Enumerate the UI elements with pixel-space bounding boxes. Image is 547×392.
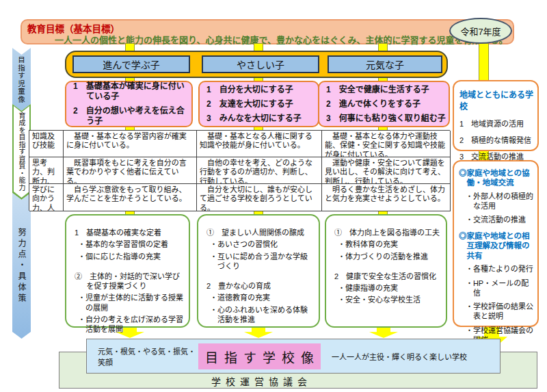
effort-box-3: ① 体力向上を図る指導の工夫 ・教科体育の充実 ・体力づくりの活動を推進 2 健…	[325, 214, 447, 328]
slogan-left: 元気・根気・やる気・振気・笑顔	[98, 339, 200, 373]
qualities-table: 知識及び技能 基礎・基本となる学習内容が確実に身に付いている。 基礎・基本となる…	[29, 130, 450, 211]
table-row-header: 学びに向かう力、人間性等	[29, 184, 64, 211]
child-image-box-3: 1 安全で健康に生活する子 2 進んで体くりをする子 3 何事にも粘り強く取り組…	[318, 81, 450, 127]
table-cell: 自ら学ぶ意欲をもって取り組み、学んだことを生かそうとしている。	[64, 184, 197, 211]
family-region-heading: ◎家庭や地域との協働・地域交流	[459, 168, 535, 188]
side-ribbon-label: 努力点・具体策	[16, 228, 27, 304]
community-item: 2 積極的な情報発信	[459, 134, 534, 145]
school-image-label: 目指す学校像	[198, 343, 321, 369]
effort-box-2: ① 望ましい人間関係の醸成 ・あいさつの習慣化 ・互いに認め合う温かな学級づくり…	[197, 214, 320, 328]
table-cell: 基礎・基本となる人権に関する知識や技能が身に付いている。	[197, 131, 322, 157]
side-ribbon-qualities: 育成を目指す資質・能力	[12, 104, 31, 200]
effort-bullet: ・互いに認め合う温かな学級づくり	[210, 252, 315, 272]
effort-bullet: ・教科体育の充実	[338, 239, 442, 249]
effort-bullet: ・道徳教育の充実	[210, 293, 315, 302]
slogan-right: 一人一人が主役・輝く明るく楽しい学校	[332, 339, 467, 373]
child-image-box-2: 1 自分を大切にする子 2 友達を大切にする子 3 みんなを大切にする子	[198, 81, 319, 127]
child-image-item: 3 みんなを大切にする子	[206, 114, 315, 124]
child-image-item: 3 何事にも粘り強く取り組む子	[326, 114, 446, 124]
community-school-title: 地域とともにある学校	[459, 88, 534, 112]
school-image-band: 元気・根気・やる気・振気・笑顔 目指す学校像 一人一人が主役・輝く明るく楽しい学…	[86, 339, 501, 374]
family-region-bullet: ・外部人材の積極的な活用	[459, 192, 535, 211]
table-cell: 既習事項をもとに考えを自分の言葉でわかりやすく他者に伝えている。	[64, 157, 197, 184]
pillar-bar: 進んで学ぶ子 やさしい子 元気な子	[65, 51, 448, 78]
table-cell: 明るく豊かな生活をめざし、体力と気力を充実させようとしている。	[322, 184, 451, 211]
pillar-healthy-child: 元気な子	[328, 55, 442, 73]
side-ribbon-label: 目指す児童像	[16, 56, 27, 103]
table-cell: 運動や健康・安全について課題を見い出し、その解決に向けて考え、判断し、行動してい…	[322, 157, 451, 184]
child-image-item: 2 進んで体くりをする子	[326, 99, 446, 109]
effort-heading: ① 体力向上を図る指導の工夫	[334, 228, 442, 237]
school-education-goals-diagram: 教育目標（基本目標） 一人一人の個性と能力の伸長を図り、心身共に健康で、豊かな心…	[0, 0, 547, 392]
effort-group: 1 基礎基本の確実な定着 ・基本的な学習習慣の定着 ・個に応じた指導の充実	[75, 228, 185, 261]
year-badge: 令和7年度	[449, 18, 512, 44]
child-image-item: 1 安全で健康に生活する子	[326, 85, 446, 95]
child-image-item: 1 基礎基本が確実に身に付いている子	[73, 81, 189, 102]
family-region-bullet: ・交流活動の推進	[459, 215, 535, 225]
effort-bullet: ・個に応じた指導の充実	[78, 252, 185, 261]
family-region-bullet: ・各種たよりの発行	[459, 265, 535, 274]
effort-heading: 2 健康で安全な生活の習慣化	[334, 272, 442, 281]
effort-bullet: ・安全・安心な学校生活	[338, 295, 442, 304]
family-region-bullet: ・学校評価の結果公表と説明	[459, 302, 535, 322]
pillar-learning-child: 進んで学ぶ子	[72, 55, 190, 73]
down-arrow-icon	[369, 328, 398, 338]
effort-bullet: ・体力づくりの活動を推進	[338, 252, 442, 261]
table-row-header: 知識及び技能	[29, 131, 64, 157]
side-ribbon-efforts: 努力点・具体策	[12, 193, 31, 339]
child-image-item: 2 自分の想いや考えを伝え合う子	[73, 106, 189, 127]
pillar-kind-child: やさしい子	[202, 55, 319, 73]
table-cell: 基礎・基本となる学習内容が確実に身に付いている。	[64, 131, 197, 157]
education-goal-statement: 一人一人の個性と能力の伸長を図り、心身共に健康で、豊かな心をはぐくみ、主体的に学…	[55, 33, 507, 46]
table-cell: 自分を大切にし、誰もが安心して過ごせる学校を創ろうとしている。	[197, 184, 322, 211]
connector-bar	[479, 43, 489, 81]
effort-group: 2 健康で安全な生活の習慣化 ・健康指導の充実 ・安全・安心な学校生活	[334, 272, 442, 305]
down-arrow-icon	[244, 328, 273, 338]
effort-group: ② 主体的・対話的で深い学びを促す授業づくり ・児童が主体的に活動する授業の展開…	[75, 272, 185, 335]
table-row-header: 思考力、判断力、表現力等	[29, 157, 64, 184]
side-ribbon-label: 育成を目指す資質・能力	[16, 112, 27, 192]
effort-bullet: ・心のふれあいを深める体験活動を推進	[210, 305, 315, 325]
effort-bullet: ・児童が主体的に活動する授業の展開	[78, 293, 185, 313]
effort-heading: 2 豊かな心の育成	[206, 281, 315, 291]
effort-heading: 1 基礎基本の確実な定着	[75, 228, 185, 237]
effort-heading: ② 主体的・対話的で深い学びを促す授業づくり	[75, 272, 185, 291]
council-label: 学校運営協議会	[198, 374, 321, 388]
family-region-heading: ◎家庭や地域との相互理解及び情報の共有	[459, 231, 535, 261]
community-school-box: 地域とともにある学校 1 地域資源の活用 2 積極的な情報発信 3 交流活動の推…	[453, 80, 539, 151]
effort-bullet: ・あいさつの習慣化	[210, 239, 315, 249]
family-region-bullet: ・HP・メールの配信	[459, 279, 535, 298]
effort-bullet: ・基本的な学習習慣の定着	[78, 239, 185, 249]
table-cell: 自他の幸せを考え、どのような行動をするのが適切か、判断し、行動している。	[197, 157, 322, 184]
education-goal-banner: 教育目標（基本目標） 一人一人の個性と能力の伸長を図り、心身共に健康で、豊かな心…	[21, 19, 514, 44]
child-image-item: 1 自分を大切にする子	[206, 85, 315, 95]
effort-box-1: 1 基礎基本の確実な定着 ・基本的な学習習慣の定着 ・個に応じた指導の充実 ② …	[65, 214, 190, 328]
family-region-box: ◎家庭や地域との協働・地域交流 ・外部人材の積極的な活用 ・交流活動の推進 ◎家…	[453, 160, 539, 327]
side-ribbon-target-children: 目指す児童像	[12, 48, 31, 111]
community-item: 1 地域資源の活用	[459, 118, 534, 129]
effort-group: ① 望ましい人間関係の醸成 ・あいさつの習慣化 ・互いに認め合う温かな学級づくり	[206, 228, 315, 271]
effort-bullet: ・健康指導の充実	[338, 283, 442, 293]
effort-group: 2 豊かな心の育成 ・道徳教育の充実 ・心のふれあいを深める体験活動を推進	[206, 281, 315, 324]
child-image-item: 2 友達を大切にする子	[206, 99, 315, 109]
effort-bullet: ・自分の考えを広げ深める学習活動を展開	[78, 315, 185, 335]
child-image-box-1: 1 基礎基本が確実に身に付いている子 2 自分の想いや考えを伝え合う子	[65, 81, 193, 127]
effort-heading: ① 望ましい人間関係の醸成	[206, 228, 315, 237]
effort-group: ① 体力向上を図る指導の工夫 ・教科体育の充実 ・体力づくりの活動を推進	[334, 228, 442, 261]
table-cell: 基礎・基本となる体力や運動技能、保健・安全に関する知識や技能が身に付いている。	[322, 131, 451, 157]
